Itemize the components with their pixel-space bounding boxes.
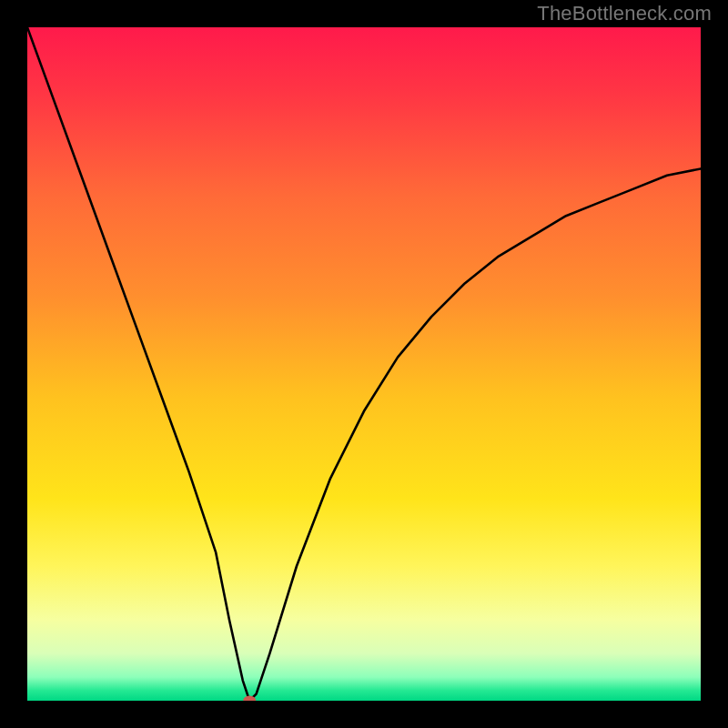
chart-frame: TheBottleneck.com [0, 0, 728, 728]
chart-svg [27, 27, 701, 701]
watermark-text: TheBottleneck.com [537, 2, 712, 25]
gradient-background [27, 27, 701, 701]
plot-area [27, 27, 701, 701]
